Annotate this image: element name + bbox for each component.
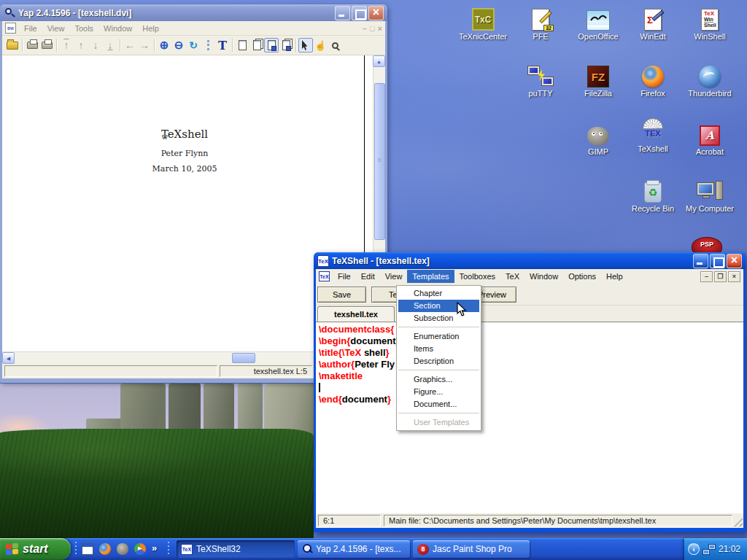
menu-item-figure[interactable]: Figure...	[398, 386, 479, 398]
tray-collapse-chevron-icon[interactable]: ‹	[688, 543, 700, 555]
last-page-icon[interactable]	[103, 38, 117, 52]
task-button-paintshoppro[interactable]: 8 Jasc Paint Shop Pro	[413, 540, 530, 558]
menu-help[interactable]: Help	[601, 270, 628, 283]
yap-titlebar[interactable]: Yap 2.4.1596 - [texshell.dvi]	[0, 4, 387, 21]
menu-view[interactable]: View	[380, 270, 408, 283]
taskbar-clock[interactable]: 21:02	[719, 544, 740, 554]
desktop-icon-winedt[interactable]: Σ WinEdt	[624, 4, 681, 42]
quicklaunch-separator	[75, 542, 77, 556]
page-with-source-icon[interactable]	[264, 38, 279, 52]
desktop-icon-putty[interactable]: puTTY	[512, 61, 569, 98]
open-icon[interactable]	[5, 38, 20, 52]
menu-item-subsection[interactable]: Subsection	[398, 312, 479, 324]
desktop-icon-firefox[interactable]: Firefox	[624, 61, 681, 98]
menu-options[interactable]: Options	[563, 270, 601, 283]
menu-item-description[interactable]: Description	[398, 355, 479, 368]
menu-item-enumeration[interactable]: Enumeration	[398, 330, 479, 343]
status-main-file: Main file: C:\Documents and Settings\Pet…	[384, 515, 732, 526]
desktop-icon-gimp[interactable]: GIMP	[570, 120, 627, 157]
desktop-icon-recycle-bin[interactable]: ♻ Recycle Bin	[624, 176, 681, 214]
menu-file[interactable]: File	[333, 270, 356, 283]
print-all-icon[interactable]	[39, 38, 54, 52]
desktop-icon-acrobat[interactable]: A Acrobat	[681, 120, 738, 157]
texniccenter-icon: TxC	[472, 8, 495, 31]
hand-tool-icon[interactable]	[313, 38, 328, 52]
yap-maximize-button[interactable]	[352, 6, 367, 20]
menu-item-items[interactable]: Items	[398, 343, 479, 355]
yap-menu-tools[interactable]: Tools	[69, 23, 98, 34]
select-tool-icon[interactable]	[298, 38, 313, 52]
resize-grip[interactable]	[734, 518, 743, 526]
yap-close-button[interactable]	[368, 6, 384, 20]
yap-menu-file[interactable]: File	[19, 23, 42, 34]
horizontal-scroll-thumb[interactable]	[232, 353, 255, 363]
forward-icon[interactable]	[137, 38, 152, 52]
texshell-minimize-button[interactable]	[693, 254, 708, 268]
desktop-icon-thunderbird[interactable]: Thunderbird	[681, 61, 738, 98]
back-icon[interactable]	[123, 38, 137, 52]
ruler-tool-icon[interactable]	[201, 38, 215, 52]
desktop-icon-filezilla[interactable]: FZ FileZilla	[570, 61, 627, 98]
status-cursor-position: 6:1	[318, 515, 381, 526]
mdi-close-button[interactable]: ×	[728, 271, 740, 282]
desktop-icon-winshell[interactable]: TeXWinShell WinShell	[681, 4, 738, 42]
show-desktop-icon[interactable]	[82, 543, 93, 555]
first-page-icon[interactable]	[59, 38, 74, 52]
texshell-close-button[interactable]	[727, 254, 742, 268]
task-button-texshell32[interactable]: TeX TeXShell32	[177, 540, 295, 558]
taskbar: start » TeX TeXShell32 Yap 2.4.1596 - [t…	[0, 538, 747, 560]
task-button-yap[interactable]: Yap 2.4.1596 - [texs...	[298, 540, 410, 558]
tab-texshell-tex[interactable]: texshell.tex	[317, 306, 395, 322]
desktop-icon-pfe[interactable]: 32 PFE	[512, 4, 569, 42]
menu-templates[interactable]: Templates	[407, 270, 454, 283]
menu-edit[interactable]: Edit	[356, 270, 380, 283]
texshell-editor[interactable]: \documentclass{ \begin{document} \title{…	[316, 322, 743, 513]
yap-menu-window[interactable]: Window	[98, 23, 137, 34]
filezilla-icon: FZ	[587, 66, 609, 88]
texshell-titlebar[interactable]: TeX TeXShell - [texshell.tex]	[314, 252, 746, 269]
gimp-quicklaunch-icon[interactable]	[117, 543, 128, 555]
previous-page-icon[interactable]	[74, 38, 88, 52]
next-page-icon[interactable]	[88, 38, 103, 52]
icon-label: OpenOffice	[570, 32, 627, 42]
texshell-maximize-button[interactable]	[710, 254, 725, 268]
magnifier-tool-icon[interactable]	[328, 38, 342, 52]
menu-item-section[interactable]: Section	[398, 300, 479, 312]
scroll-left-arrow[interactable]: ◀	[2, 352, 15, 364]
yap-minimize-button[interactable]	[335, 6, 350, 20]
menu-item-graphics[interactable]: Graphics...	[398, 373, 479, 386]
print-icon[interactable]	[25, 38, 39, 52]
yap-mdi-buttons[interactable]: –□×	[363, 24, 382, 33]
zoom-out-icon[interactable]	[171, 38, 186, 52]
vertical-scroll-thumb[interactable]	[374, 83, 385, 240]
mdi-minimize-button[interactable]: –	[700, 271, 713, 282]
desktop-icon-texniccenter[interactable]: TxC TeXnicCenter	[454, 4, 511, 42]
scroll-up-arrow[interactable]: ▲	[373, 55, 385, 67]
mediaplayer-quicklaunch-icon[interactable]	[134, 543, 146, 555]
desktop-icon-openoffice[interactable]: OpenOffice	[570, 4, 627, 42]
firefox-quicklaunch-icon[interactable]	[99, 543, 111, 555]
menu-separator	[398, 370, 479, 371]
quicklaunch-overflow-chevron[interactable]: »	[152, 542, 157, 553]
menu-item-document[interactable]: Document...	[398, 398, 479, 411]
start-button[interactable]: start	[0, 538, 71, 560]
mdi-restore-button[interactable]: ❐	[714, 271, 727, 282]
refresh-icon[interactable]	[186, 38, 201, 52]
menu-item-chapter[interactable]: Chapter	[398, 287, 479, 300]
zoom-in-icon[interactable]	[157, 38, 171, 52]
quicklaunch-separator	[168, 542, 169, 556]
text-mode-icon[interactable]	[215, 38, 230, 52]
menu-tex[interactable]: TeX	[500, 270, 525, 283]
network-tray-icon[interactable]	[703, 544, 716, 555]
menu-separator	[398, 413, 479, 414]
menu-toolboxes[interactable]: Toolboxes	[454, 270, 501, 283]
pages-with-source-icon[interactable]	[279, 38, 293, 52]
menu-window[interactable]: Window	[525, 270, 563, 283]
save-button[interactable]: Save	[317, 287, 366, 303]
yap-menu-help[interactable]: Help	[137, 23, 164, 34]
single-page-view-icon[interactable]	[235, 38, 249, 52]
desktop-icon-texshell[interactable]: TEX TeXshell	[624, 117, 681, 154]
continuous-view-icon[interactable]	[249, 38, 264, 52]
yap-menu-view[interactable]: View	[42, 23, 70, 34]
desktop-icon-my-computer[interactable]: My Computer	[681, 176, 738, 214]
